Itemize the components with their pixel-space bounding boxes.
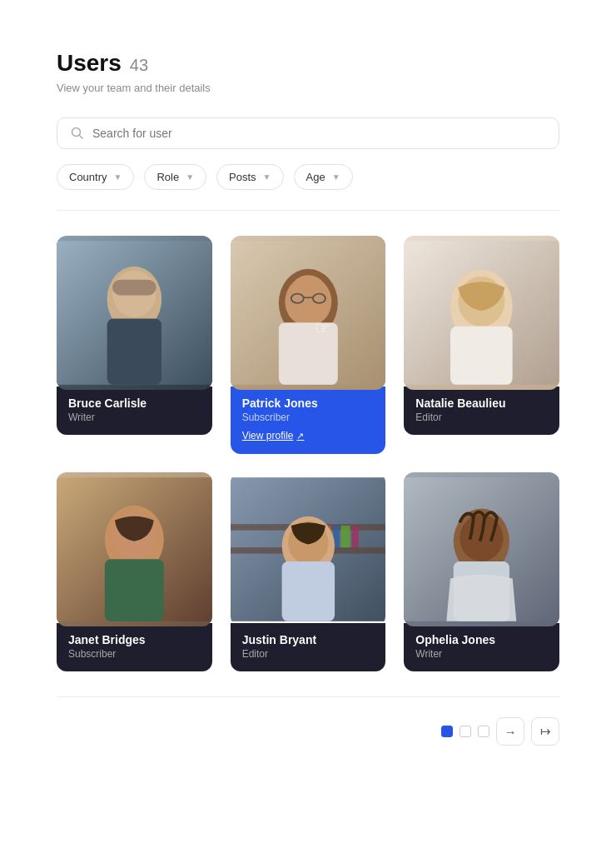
pagination: → ↦ [57,717,559,762]
pagination-last-button[interactable]: ↦ [531,717,559,746]
pagination-dot-2[interactable] [460,726,471,737]
user-role-bruce: Writer [68,412,201,423]
page-title: Users [57,50,122,77]
user-card-bruce[interactable]: Bruce Carlisle Writer [57,236,212,454]
filter-posts[interactable]: Posts ▼ [216,164,283,190]
arrow-right-icon: → [504,725,517,739]
filter-country-label: Country [69,171,107,183]
external-link-icon: ↗ [296,431,304,441]
user-name-natalie: Natalie Beaulieu [415,397,548,410]
user-role-patrick: Subscriber [242,412,375,423]
svg-rect-24 [105,559,164,621]
user-info-janet: Janet Bridges Subscriber [57,623,212,671]
svg-rect-7 [112,280,156,296]
user-info-patrick: Patrick Jones Subscriber View profile ↗ [231,387,386,454]
view-profile-link[interactable]: View profile ↗ [242,430,305,441]
page-header: Users 43 View your team and their detail… [57,50,559,94]
user-info-bruce: Bruce Carlisle Writer [57,387,212,435]
pagination-next-button[interactable]: → [496,717,524,746]
user-card-ophelia[interactable]: Ophelia Jones Writer [404,472,559,671]
filter-posts-label: Posts [229,171,256,183]
filters-row: Country ▼ Role ▼ Posts ▼ Age ▼ [57,164,559,190]
pagination-dot-1[interactable] [441,726,453,737]
user-card-justin[interactable]: Justin Bryant Editor [231,472,386,671]
svg-rect-31 [351,526,358,547]
filter-country[interactable]: Country ▼ [57,164,134,190]
svg-text:☞: ☞ [314,318,330,337]
user-name-justin: Justin Bryant [242,633,375,646]
view-profile-text: View profile [242,430,294,441]
page-subtitle: View your team and their details [57,82,559,94]
user-photo-patrick: ☞ [231,236,386,390]
user-role-natalie: Editor [415,412,548,423]
search-bar [57,117,559,149]
section-divider-bottom [57,696,559,697]
filter-age-label: Age [306,171,325,183]
svg-line-1 [80,136,83,139]
user-photo-janet [57,472,212,626]
user-info-ophelia: Ophelia Jones Writer [404,623,559,671]
svg-rect-30 [340,526,350,547]
chevron-down-icon: ▼ [114,172,122,182]
user-card-janet[interactable]: Janet Bridges Subscriber [57,472,212,671]
user-name-patrick: Patrick Jones [242,397,375,410]
user-role-janet: Subscriber [68,648,201,660]
svg-rect-20 [450,327,513,385]
pagination-dot-3[interactable] [478,726,489,737]
user-card-patrick[interactable]: ☞ Patrick Jones Subscriber View profile … [231,236,386,454]
user-photo-bruce [57,236,212,390]
chevron-down-icon: ▼ [332,172,340,182]
filter-role[interactable]: Role ▼ [144,164,206,190]
svg-point-12 [288,275,329,318]
user-photo-justin [231,472,386,626]
chevron-down-icon: ▼ [263,172,271,182]
svg-rect-34 [281,561,334,621]
user-role-justin: Editor [242,648,375,660]
user-card-natalie[interactable]: Natalie Beaulieu Editor [404,236,559,454]
user-role-ophelia: Writer [415,648,548,660]
users-grid: Bruce Carlisle Writer [57,236,559,671]
user-count: 43 [130,56,148,75]
section-divider-top [57,210,559,211]
user-photo-ophelia [404,472,559,626]
filter-age[interactable]: Age ▼ [294,164,353,190]
user-info-natalie: Natalie Beaulieu Editor [404,387,559,435]
search-input[interactable] [92,127,545,140]
user-name-ophelia: Ophelia Jones [415,633,548,646]
user-info-justin: Justin Bryant Editor [231,623,386,671]
user-name-bruce: Bruce Carlisle [68,397,201,410]
user-name-janet: Janet Bridges [68,633,201,646]
chevron-down-icon: ▼ [186,172,194,182]
svg-rect-5 [107,318,161,384]
search-icon [71,127,84,140]
user-photo-natalie [404,236,559,390]
filter-role-label: Role [156,171,179,183]
skip-to-end-icon: ↦ [540,724,551,739]
